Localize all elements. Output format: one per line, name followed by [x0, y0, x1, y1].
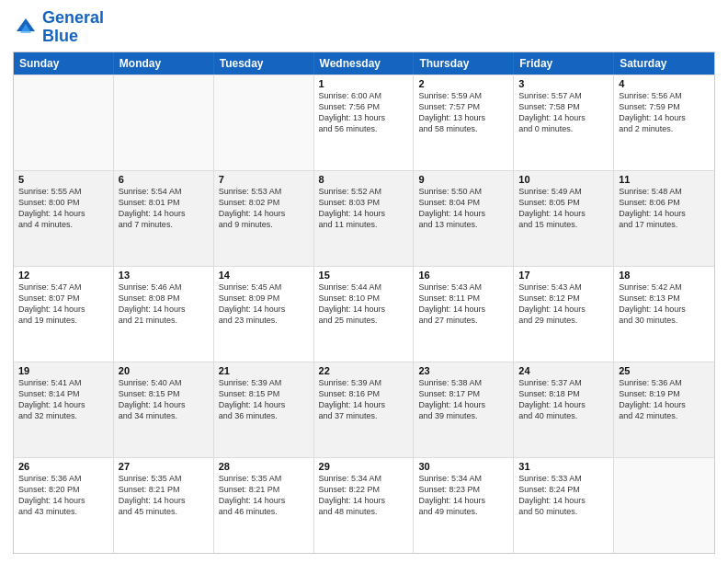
cell-info-line: Sunset: 8:04 PM: [418, 197, 508, 208]
cell-info-line: and 11 minutes.: [319, 219, 409, 230]
logo-text: General Blue: [42, 9, 104, 46]
cell-info-line: Daylight: 14 hours: [518, 208, 609, 219]
cell-info-line: Sunset: 8:21 PM: [219, 484, 309, 495]
calendar-cell: 2Sunrise: 5:59 AMSunset: 7:57 PMDaylight…: [414, 75, 514, 170]
calendar-cell: 3Sunrise: 5:57 AMSunset: 7:58 PMDaylight…: [514, 75, 614, 170]
cell-info-line: and 43 minutes.: [18, 506, 108, 517]
cell-info-line: Sunrise: 5:45 AM: [219, 282, 309, 293]
cell-info-line: and 25 minutes.: [319, 315, 409, 326]
cell-info-line: Sunrise: 5:38 AM: [418, 377, 508, 388]
cell-info-line: Daylight: 14 hours: [319, 304, 409, 315]
day-number: 2: [418, 78, 508, 89]
cell-info-line: Daylight: 14 hours: [119, 208, 209, 219]
cell-info-line: Sunset: 8:14 PM: [18, 388, 108, 399]
cell-info-line: Daylight: 14 hours: [518, 399, 609, 410]
day-number: 16: [418, 270, 508, 281]
cell-info-line: Daylight: 14 hours: [619, 208, 710, 219]
cell-info-line: Daylight: 14 hours: [119, 495, 209, 506]
calendar: SundayMondayTuesdayWednesdayThursdayFrid…: [13, 52, 715, 554]
calendar-cell: 26Sunrise: 5:36 AMSunset: 8:20 PMDayligh…: [14, 458, 114, 553]
cell-info-line: and 13 minutes.: [418, 219, 508, 230]
cell-info-line: Daylight: 14 hours: [518, 304, 609, 315]
cell-info-line: Sunset: 8:12 PM: [518, 293, 609, 304]
cell-info-line: Sunset: 8:02 PM: [219, 197, 309, 208]
cell-info-line: and 45 minutes.: [119, 506, 209, 517]
calendar-cell: 5Sunrise: 5:55 AMSunset: 8:00 PMDaylight…: [14, 171, 114, 266]
calendar-cell: 8Sunrise: 5:52 AMSunset: 8:03 PMDaylight…: [314, 171, 415, 266]
calendar-week-2: 5Sunrise: 5:55 AMSunset: 8:00 PMDaylight…: [14, 170, 714, 266]
cell-info-line: and 9 minutes.: [219, 219, 309, 230]
cell-info-line: and 19 minutes.: [18, 315, 108, 326]
cell-info-line: Sunrise: 5:55 AM: [18, 186, 108, 197]
cell-info-line: Sunset: 8:11 PM: [418, 293, 508, 304]
day-number: 5: [18, 174, 108, 185]
cell-info-line: Sunrise: 5:57 AM: [518, 90, 609, 101]
cell-info-line: and 29 minutes.: [518, 315, 609, 326]
cell-info-line: Sunset: 8:22 PM: [319, 484, 409, 495]
calendar-cell: 25Sunrise: 5:36 AMSunset: 8:19 PMDayligh…: [614, 362, 714, 457]
logo: General Blue: [13, 9, 104, 46]
cell-info-line: Sunset: 8:01 PM: [119, 197, 209, 208]
cell-info-line: Sunset: 7:57 PM: [418, 101, 508, 112]
day-number: 22: [319, 365, 409, 376]
calendar-body: 1Sunrise: 6:00 AMSunset: 7:56 PMDaylight…: [14, 75, 714, 553]
cell-info-line: Daylight: 14 hours: [219, 399, 309, 410]
calendar-cell: 9Sunrise: 5:50 AMSunset: 8:04 PMDaylight…: [414, 171, 514, 266]
calendar-cell: 14Sunrise: 5:45 AMSunset: 8:09 PMDayligh…: [214, 267, 314, 362]
cell-info-line: Sunset: 8:16 PM: [319, 388, 409, 399]
cell-info-line: Daylight: 14 hours: [319, 495, 409, 506]
calendar-cell: 12Sunrise: 5:47 AMSunset: 8:07 PMDayligh…: [14, 267, 114, 362]
cell-info-line: Sunrise: 5:35 AM: [119, 473, 209, 484]
day-number: 3: [518, 78, 609, 89]
cell-info-line: Sunset: 7:59 PM: [619, 101, 710, 112]
cell-info-line: Daylight: 13 hours: [319, 112, 409, 123]
day-header-saturday: Saturday: [614, 52, 714, 75]
day-number: 12: [18, 270, 108, 281]
calendar-cell: 31Sunrise: 5:33 AMSunset: 8:24 PMDayligh…: [514, 458, 614, 553]
day-number: 27: [119, 461, 209, 472]
cell-info-line: Daylight: 14 hours: [219, 208, 309, 219]
cell-info-line: Daylight: 14 hours: [418, 208, 508, 219]
cell-info-line: Sunrise: 5:37 AM: [518, 377, 609, 388]
calendar-cell: 17Sunrise: 5:43 AMSunset: 8:12 PMDayligh…: [514, 267, 614, 362]
day-header-wednesday: Wednesday: [314, 52, 415, 75]
cell-info-line: and 15 minutes.: [518, 219, 609, 230]
cell-info-line: Daylight: 14 hours: [219, 495, 309, 506]
cell-info-line: and 48 minutes.: [319, 506, 409, 517]
cell-info-line: Daylight: 14 hours: [619, 112, 710, 123]
cell-info-line: and 21 minutes.: [119, 315, 209, 326]
cell-info-line: Daylight: 14 hours: [418, 399, 508, 410]
cell-info-line: Daylight: 14 hours: [418, 304, 508, 315]
cell-info-line: Daylight: 14 hours: [18, 208, 108, 219]
calendar-cell: 18Sunrise: 5:42 AMSunset: 8:13 PMDayligh…: [614, 267, 714, 362]
cell-info-line: Sunrise: 5:54 AM: [119, 186, 209, 197]
day-header-friday: Friday: [514, 52, 614, 75]
cell-info-line: Sunrise: 5:40 AM: [119, 377, 209, 388]
cell-info-line: Sunset: 8:07 PM: [18, 293, 108, 304]
calendar-cell: [14, 75, 114, 170]
cell-info-line: and 2 minutes.: [619, 123, 710, 134]
cell-info-line: and 4 minutes.: [18, 219, 108, 230]
calendar-header: SundayMondayTuesdayWednesdayThursdayFrid…: [14, 52, 714, 75]
cell-info-line: Sunset: 8:13 PM: [619, 293, 710, 304]
cell-info-line: and 7 minutes.: [119, 219, 209, 230]
cell-info-line: Sunrise: 5:47 AM: [18, 282, 108, 293]
cell-info-line: and 17 minutes.: [619, 219, 710, 230]
cell-info-line: Sunset: 8:19 PM: [619, 388, 710, 399]
cell-info-line: Daylight: 14 hours: [319, 208, 409, 219]
cell-info-line: Sunrise: 5:46 AM: [119, 282, 209, 293]
cell-info-line: Daylight: 13 hours: [418, 112, 508, 123]
cell-info-line: and 23 minutes.: [219, 315, 309, 326]
calendar-cell: 19Sunrise: 5:41 AMSunset: 8:14 PMDayligh…: [14, 362, 114, 457]
cell-info-line: and 37 minutes.: [319, 410, 409, 421]
cell-info-line: Sunset: 7:58 PM: [518, 101, 609, 112]
day-number: 4: [619, 78, 710, 89]
calendar-cell: 4Sunrise: 5:56 AMSunset: 7:59 PMDaylight…: [614, 75, 714, 170]
calendar-cell: [114, 75, 214, 170]
cell-info-line: and 40 minutes.: [518, 410, 609, 421]
cell-info-line: and 0 minutes.: [518, 123, 609, 134]
cell-info-line: Sunrise: 5:34 AM: [319, 473, 409, 484]
day-number: 26: [18, 461, 108, 472]
cell-info-line: Daylight: 14 hours: [219, 304, 309, 315]
calendar-cell: 28Sunrise: 5:35 AMSunset: 8:21 PMDayligh…: [214, 458, 314, 553]
